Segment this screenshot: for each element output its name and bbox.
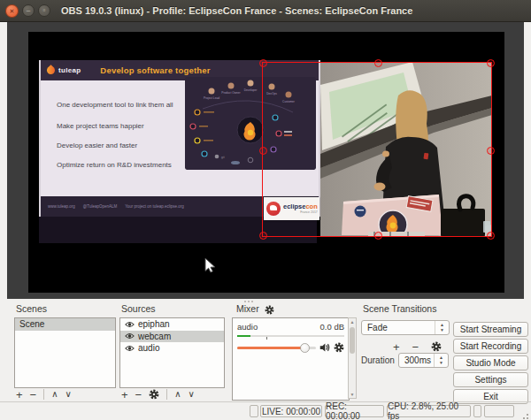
remove-scene-button[interactable]: −	[30, 389, 37, 401]
settings-button[interactable]: Settings	[453, 372, 528, 387]
studio-mode-button[interactable]: Studio Mode	[453, 355, 528, 370]
title-bar[interactable]: ✕ – ▫ OBS 19.0.3 (linux) - Profile: Ecli…	[0, 0, 531, 22]
transitions-dock-title: Scene Transitions	[363, 303, 436, 314]
svg-text:Project Lead: Project Lead	[204, 96, 219, 100]
source-list-item[interactable]: epiphan	[120, 318, 224, 331]
start-recording-button[interactable]: Start Recording	[453, 339, 528, 354]
status-spacer-box	[484, 405, 514, 417]
svg-text:Developer: Developer	[244, 88, 258, 92]
slide-bullet: Develop easier and faster	[57, 141, 137, 149]
remove-source-button[interactable]: −	[135, 389, 142, 401]
scene-down-button[interactable]: ∨	[65, 390, 72, 399]
status-bar: LIVE: 00:00:00 REC: 00:00:00 CPU: 2.8%, …	[0, 401, 531, 420]
source-down-button[interactable]: ∨	[189, 390, 195, 399]
add-transition-button[interactable]: +	[393, 341, 400, 353]
add-scene-button[interactable]: +	[16, 389, 23, 401]
mixer-scrollbar[interactable]: ▲ ▼	[348, 317, 357, 399]
scenes-toolbar: + − ∧ ∨	[16, 388, 72, 401]
preview-area: tuleap Develop software together One dev…	[7, 22, 524, 299]
transition-select[interactable]: Fade ▲▼	[361, 320, 450, 335]
remove-transition-button[interactable]: −	[412, 341, 419, 353]
resize-grip[interactable]	[519, 409, 528, 419]
dock-splitter-handle[interactable]	[244, 301, 253, 302]
duration-label: Duration	[361, 355, 395, 365]
sources-toolbar: + − ∧ ∨	[121, 388, 195, 401]
volume-slider-knob[interactable]	[300, 343, 310, 353]
mixer-dock-title: Mixer	[236, 303, 274, 315]
selection-handle-bottom-center[interactable]	[374, 232, 382, 240]
slide-bullet: One development tool to link them all	[57, 101, 173, 109]
sources-list[interactable]: epiphan webcam audio	[119, 317, 225, 388]
visibility-eye-icon[interactable]	[125, 321, 135, 328]
window-title: OBS 19.0.3 (linux) - Profile: EclipseCon…	[61, 5, 412, 16]
mixer-channel-level: 0.0 dB	[320, 322, 344, 332]
svg-text:Product Owner: Product Owner	[221, 91, 241, 95]
source-up-button[interactable]: ∧	[174, 390, 181, 399]
svg-text:git: git	[221, 156, 225, 159]
selection-handle-top-center[interactable]	[374, 59, 382, 67]
close-icon[interactable]: ✕	[5, 4, 19, 18]
source-properties-gear-icon[interactable]	[149, 389, 159, 400]
scenes-dock-title: Scenes	[16, 303, 47, 314]
combo-arrows-icon: ▲▼	[435, 321, 449, 334]
visibility-eye-icon[interactable]	[125, 345, 135, 352]
transitions-toolbar: + −	[393, 340, 442, 353]
scene-up-button[interactable]: ∧	[51, 390, 58, 399]
mixer-channel-name: audio	[237, 322, 258, 332]
visibility-eye-icon[interactable]	[125, 332, 135, 340]
start-streaming-button[interactable]: Start Streaming	[453, 322, 528, 337]
selection-handle-mid-left[interactable]	[259, 147, 267, 155]
minimize-icon[interactable]: –	[22, 4, 35, 17]
mixer-gear-icon[interactable]	[265, 305, 274, 315]
mixer-panel: audio 0.0 dB	[232, 317, 350, 401]
selection-handle-bottom-right[interactable]	[487, 232, 495, 240]
transition-gear-icon[interactable]	[431, 341, 442, 352]
volume-slider[interactable]	[237, 343, 316, 353]
slide-bullet: Make project teams happier	[57, 122, 144, 130]
add-source-button[interactable]: +	[121, 389, 128, 401]
slide-footer-link: Your project on tuleap.eclipse.org	[125, 204, 184, 209]
source-list-item[interactable]: audio	[120, 342, 224, 355]
source-list-item[interactable]: webcam	[120, 331, 224, 343]
mute-speaker-icon[interactable]	[319, 342, 330, 353]
duration-spinbox[interactable]: 300ms ▲▼	[398, 353, 449, 368]
tuleap-flame-icon	[45, 65, 57, 76]
slide-footer-link: @TuleapOpenALM	[83, 204, 117, 209]
scene-list-item[interactable]: Scene	[15, 318, 115, 331]
scrollbar-thumb[interactable]	[350, 327, 355, 354]
channel-gear-icon[interactable]	[334, 342, 344, 353]
selection-handle-bottom-left[interactable]	[259, 232, 267, 240]
spinbox-arrows-icon: ▲▼	[434, 354, 448, 367]
volume-meter	[237, 335, 344, 337]
mouse-cursor	[204, 257, 217, 274]
tuleap-brand: tuleap	[58, 66, 81, 74]
program-canvas[interactable]: tuleap Develop software together One dev…	[28, 32, 504, 293]
rec-time: REC: 00:00:00	[325, 405, 384, 417]
scenes-list[interactable]: Scene	[14, 317, 116, 388]
live-time: LIVE: 00:00:00	[260, 405, 322, 417]
slide-bullet: Optimize return on R&D investments	[57, 161, 172, 169]
selection-handle-top-right[interactable]	[487, 59, 495, 67]
slide-footer-link: www.tuleap.org	[48, 204, 75, 209]
source-selection-box[interactable]	[262, 62, 492, 237]
scroll-down-icon[interactable]: ▼	[349, 392, 356, 397]
status-spacer-box	[250, 405, 258, 417]
sources-dock-title: Sources	[121, 303, 156, 314]
status-spacer-box	[473, 405, 481, 417]
selection-handle-top-left[interactable]	[259, 59, 267, 67]
window-buttons: ✕ – ▫	[5, 4, 50, 18]
obs-window: ✕ – ▫ OBS 19.0.3 (linux) - Profile: Ecli…	[0, 0, 531, 420]
selection-handle-mid-right[interactable]	[487, 147, 495, 155]
scroll-up-icon[interactable]: ▲	[349, 319, 356, 325]
maximize-icon[interactable]: ▫	[38, 4, 50, 17]
slide-title: Develop software together	[100, 65, 210, 75]
cpu-fps-stats: CPU: 2.8%, 25.00 fps	[387, 405, 471, 417]
